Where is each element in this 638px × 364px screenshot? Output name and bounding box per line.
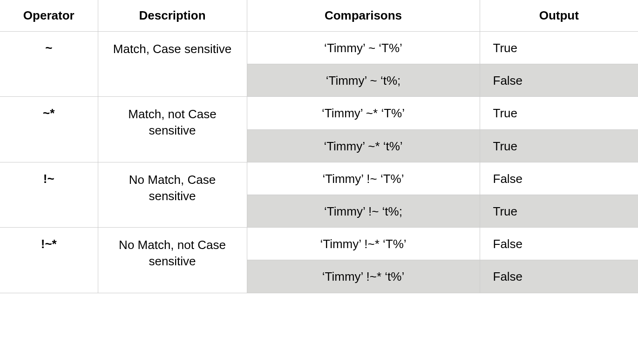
cell-description: No Match, Case sensitive: [98, 162, 247, 227]
table-row: ~ Match, Case sensitive ‘Timmy’ ~ ‘T%’ ‘…: [0, 32, 638, 97]
cell-description: No Match, not Case sensitive: [98, 228, 247, 293]
cell-comparisons: ‘Timmy’ !~* ‘T%’ ‘Timmy’ !~* ‘t%’: [247, 228, 480, 293]
comparison-value: ‘Timmy’ ~ ‘t%;: [247, 64, 480, 96]
header-comparisons: Comparisons: [247, 0, 480, 32]
cell-output: True False: [480, 32, 638, 97]
cell-output: False False: [480, 228, 638, 293]
output-value: False: [480, 64, 638, 96]
table-row: !~ No Match, Case sensitive ‘Timmy’ !~ ‘…: [0, 162, 638, 227]
cell-output: True True: [480, 97, 638, 162]
output-value: False: [480, 228, 638, 260]
cell-operator: ~: [0, 32, 98, 97]
header-description: Description: [98, 0, 247, 32]
cell-operator: ~*: [0, 97, 98, 162]
header-output: Output: [480, 0, 638, 32]
header-operator: Operator: [0, 0, 98, 32]
comparison-value: ‘Timmy’ !~ ‘T%’: [247, 162, 480, 195]
cell-description: Match, Case sensitive: [98, 32, 247, 97]
operators-table: Operator Description Comparisons Output …: [0, 0, 638, 293]
output-value: True: [480, 129, 638, 162]
comparison-value: ‘Timmy’ !~* ‘T%’: [247, 228, 480, 260]
output-value: True: [480, 97, 638, 129]
table-row: !~* No Match, not Case sensitive ‘Timmy’…: [0, 228, 638, 293]
output-value: False: [480, 260, 638, 292]
cell-operator: !~*: [0, 228, 98, 293]
cell-comparisons: ‘Timmy’ ~* ‘T%’ ‘Timmy’ ~* ‘t%’: [247, 97, 480, 162]
cell-output: False True: [480, 162, 638, 227]
output-value: False: [480, 162, 638, 195]
comparison-value: ‘Timmy’ !~ ‘t%;: [247, 195, 480, 227]
comparison-value: ‘Timmy’ ~* ‘t%’: [247, 129, 480, 162]
comparison-value: ‘Timmy’ !~* ‘t%’: [247, 260, 480, 292]
output-value: True: [480, 195, 638, 227]
output-value: True: [480, 32, 638, 64]
cell-operator: !~: [0, 162, 98, 227]
table-row: ~* Match, not Case sensitive ‘Timmy’ ~* …: [0, 97, 638, 162]
cell-description: Match, not Case sensitive: [98, 97, 247, 162]
comparison-value: ‘Timmy’ ~ ‘T%’: [247, 32, 480, 64]
cell-comparisons: ‘Timmy’ !~ ‘T%’ ‘Timmy’ !~ ‘t%;: [247, 162, 480, 227]
cell-comparisons: ‘Timmy’ ~ ‘T%’ ‘Timmy’ ~ ‘t%;: [247, 32, 480, 97]
table-header-row: Operator Description Comparisons Output: [0, 0, 638, 32]
comparison-value: ‘Timmy’ ~* ‘T%’: [247, 97, 480, 129]
